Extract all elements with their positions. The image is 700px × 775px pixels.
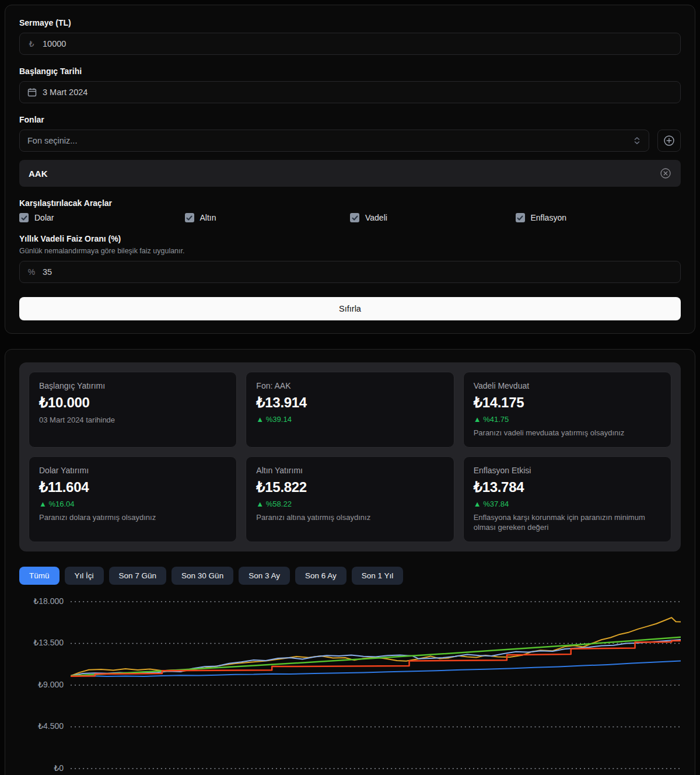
checkbox-dolar[interactable]: Dolar: [19, 213, 185, 222]
range-button-yil-ici[interactable]: Yıl İçi: [65, 567, 104, 585]
interest-input[interactable]: % 35: [19, 261, 681, 283]
lira-icon: ₺: [27, 39, 36, 48]
check-icon: [19, 213, 29, 222]
selected-fund-chip: AAK: [19, 160, 681, 187]
card-baslangic-yatirimi: Başlangıç Yatırımı ₺10.000 03 Mart 2024 …: [29, 372, 237, 448]
y-tick-label: ₺0: [54, 763, 64, 773]
interest-hint: Günlük nemalandırmaya göre bileşik faiz …: [19, 247, 681, 255]
remove-fund-icon[interactable]: [660, 167, 671, 179]
checkbox-enflasyon[interactable]: Enflasyon: [516, 213, 681, 222]
capital-label: Sermaye (TL): [19, 18, 681, 27]
reset-button[interactable]: Sıfırla: [19, 297, 681, 320]
interest-label: Yıllık Vadeli Faiz Oranı (%): [19, 234, 681, 243]
card-enflasyon-etkisi: Enflasyon Etkisi ₺13.784 ▲ %37.84 Enflas…: [463, 456, 671, 542]
start-date-value: 3 Mart 2024: [43, 88, 88, 97]
chevron-up-down-icon: [633, 136, 641, 145]
range-button-son-6-ay[interactable]: Son 6 Ay: [295, 567, 346, 585]
check-icon: [516, 213, 525, 222]
range-button-tumu[interactable]: Tümü: [19, 567, 60, 585]
funds-field-group: Fonlar Fon seçiniz... AAK: [19, 115, 681, 187]
chart-plot: [71, 596, 681, 774]
y-tick-label: ₺18.000: [33, 596, 64, 606]
interest-value: 35: [43, 267, 52, 277]
chart-y-axis: ₺18.000₺13.500₺9.000₺4.500₺0: [19, 596, 71, 774]
percent-icon: %: [27, 267, 36, 277]
settings-panel: Sermaye (TL) ₺ 10000 Başlangıç Tarihi 3 …: [5, 5, 695, 334]
card-fon-aak: Fon: AAK ₺13.914 ▲ %39.14: [246, 372, 454, 448]
range-button-son-3-ay[interactable]: Son 3 Ay: [239, 567, 290, 585]
check-icon: [350, 213, 359, 222]
start-date-field-group: Başlangıç Tarihi 3 Mart 2024: [19, 67, 681, 103]
checkbox-vadeli[interactable]: Vadeli: [350, 213, 516, 222]
results-panel: Başlangıç Yatırımı ₺10.000 03 Mart 2024 …: [5, 349, 695, 775]
summary-cards-container: Başlangıç Yatırımı ₺10.000 03 Mart 2024 …: [19, 362, 681, 551]
y-tick-label: ₺4.500: [38, 721, 64, 731]
card-dolar-yatirimi: Dolar Yatırımı ₺11.604 ▲ %16.04 Paranızı…: [29, 456, 237, 542]
checkbox-altin[interactable]: Altın: [185, 213, 351, 222]
plus-circle-icon: [663, 135, 675, 146]
capital-input[interactable]: ₺ 10000: [19, 33, 681, 55]
card-altin-yatirimi: Altın Yatırımı ₺15.822 ▲ %58.22 Paranızı…: [246, 456, 454, 542]
capital-field-group: Sermaye (TL) ₺ 10000: [19, 18, 681, 55]
fund-select[interactable]: Fon seçiniz...: [19, 130, 649, 152]
chart-svg: [71, 596, 681, 774]
check-icon: [185, 213, 194, 222]
add-fund-button[interactable]: [657, 130, 681, 152]
range-buttons: Tümü Yıl İçi Son 7 Gün Son 30 Gün Son 3 …: [19, 567, 681, 585]
range-button-son-7-gun[interactable]: Son 7 Gün: [109, 567, 167, 585]
range-button-son-1-yil[interactable]: Son 1 Yıl: [352, 567, 404, 585]
y-tick-label: ₺13.500: [33, 638, 64, 647]
start-date-label: Başlangıç Tarihi: [19, 67, 681, 76]
comparison-chart[interactable]: ₺18.000₺13.500₺9.000₺4.500₺0 22 Mar 2418…: [19, 596, 681, 775]
calendar-icon: [27, 88, 36, 97]
fund-select-placeholder: Fon seçiniz...: [27, 136, 77, 145]
interest-field-group: Yıllık Vadeli Faiz Oranı (%) Günlük nema…: [19, 234, 681, 283]
card-vadeli-mevduat: Vadeli Mevduat ₺14.175 ▲ %41.75 Paranızı…: [463, 372, 671, 448]
start-date-input[interactable]: 3 Mart 2024: [19, 81, 681, 103]
selected-fund-label: AAK: [29, 169, 48, 179]
instruments-field-group: Karşılaştırılacak Araçlar Dolar Altın Va…: [19, 198, 681, 222]
capital-value: 10000: [43, 39, 66, 48]
instruments-label: Karşılaştırılacak Araçlar: [19, 198, 681, 208]
y-tick-label: ₺9.000: [38, 680, 64, 689]
range-button-son-30-gun[interactable]: Son 30 Gün: [172, 567, 233, 585]
funds-label: Fonlar: [19, 115, 681, 124]
